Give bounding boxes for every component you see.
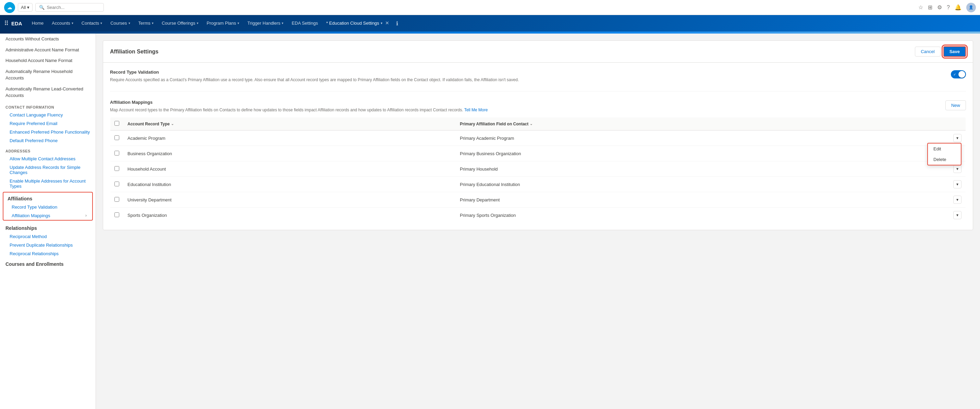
nav-item-course-offerings[interactable]: Course Offerings ▾ <box>158 15 202 32</box>
nav-item-program-plans[interactable]: Program Plans ▾ <box>202 15 243 32</box>
setup-icon[interactable]: ⚙ <box>937 4 942 11</box>
app-nav: ⠿ EDA Home Accounts ▾ Contacts ▾ Courses… <box>0 15 980 32</box>
primary-field-cell: Primary Household <box>456 161 949 177</box>
actions-dropdown-menu: Edit Delete <box>927 143 961 166</box>
rtv-label: Record Type Validation <box>110 70 752 75</box>
table-row: Household Account Primary Household ▾ <box>110 161 966 177</box>
sort-icon-2[interactable]: ⌄ <box>530 122 533 126</box>
chevron-down-icon: ▾ <box>129 21 130 25</box>
nav-item-education-cloud-settings[interactable]: * Education Cloud Settings ▾ ✕ <box>322 15 393 32</box>
settings-header: Affiliation Settings Cancel Save <box>103 41 973 63</box>
info-icon[interactable]: ℹ <box>396 20 398 27</box>
row-checkbox-cell <box>110 146 124 161</box>
row-actions-button[interactable]: ▾ <box>953 211 961 219</box>
row-checkbox-cell <box>110 130 124 146</box>
table-row: University Department Primary Department… <box>110 192 966 208</box>
account-type-cell: Sports Organization <box>123 208 456 223</box>
sidebar-item-admin-name-format[interactable]: Administrative Account Name Format <box>0 45 95 56</box>
select-all-checkbox[interactable] <box>115 121 119 126</box>
sidebar-item-default-phone[interactable]: Default Preferred Phone <box>0 136 95 145</box>
row-checkbox[interactable] <box>115 181 119 186</box>
row-actions-button[interactable]: ▾ <box>953 180 961 188</box>
row-actions-button[interactable]: ▾ <box>953 196 961 204</box>
toggle-check-icon: ✓ <box>953 73 956 76</box>
help-icon[interactable]: ? <box>947 5 950 11</box>
nav-item-contacts[interactable]: Contacts ▾ <box>78 15 106 32</box>
search-icon: 🔍 <box>39 5 45 10</box>
sidebar-item-household-name-format[interactable]: Household Account Name Format <box>0 55 95 66</box>
sidebar-group-header-courses: Courses and Enrollments <box>0 258 95 268</box>
sidebar-item-contact-language[interactable]: Contact Language Fluency <box>0 111 95 119</box>
nav-label-education-cloud-settings: * Education Cloud Settings <box>326 21 379 26</box>
sidebar-item-reciprocal-relationships[interactable]: Reciprocal Relationships <box>0 249 95 258</box>
grid-icon[interactable]: ⠿ <box>4 19 9 27</box>
sidebar-item-reciprocal-method[interactable]: Reciprocal Method <box>0 232 95 241</box>
row-checkbox-cell <box>110 177 124 192</box>
row-checkbox[interactable] <box>115 151 119 156</box>
sidebar-item-affiliation-mappings[interactable]: Affiliation Mappings › <box>3 212 92 220</box>
row-checkbox[interactable] <box>115 212 119 217</box>
sort-icon[interactable]: ⌄ <box>171 122 174 126</box>
nav-item-home[interactable]: Home <box>28 15 48 32</box>
search-scope-select[interactable]: All ▾ <box>18 3 33 12</box>
th-actions <box>949 118 966 130</box>
sidebar-item-accounts-without-contacts[interactable]: Accounts Without Contacts <box>0 33 95 45</box>
row-checkbox[interactable] <box>115 197 119 202</box>
chevron-down-icon: ▾ <box>152 21 154 25</box>
sidebar-item-auto-rename-lead[interactable]: Automatically Rename Lead-Converted Acco… <box>0 84 95 101</box>
table-row: Sports Organization Primary Sports Organ… <box>110 208 966 223</box>
nav-label-contacts: Contacts <box>81 21 99 26</box>
affiliation-mappings-label: Affiliation Mappings <box>12 213 50 218</box>
row-actions-button[interactable]: ▾ <box>953 165 961 173</box>
primary-field-cell: Primary Academic Program <box>456 130 949 146</box>
sidebar-item-prevent-duplicate[interactable]: Prevent Duplicate Relationships <box>0 241 95 249</box>
settings-title: Affiliation Settings <box>110 49 158 55</box>
actions-cell: ▾ <box>949 192 966 208</box>
sidebar-item-update-address[interactable]: Update Address Records for Simple Change… <box>0 163 95 177</box>
salesforce-logo: ☁ <box>4 2 15 13</box>
close-tab-icon[interactable]: ✕ <box>385 20 389 26</box>
row-checkbox[interactable] <box>115 135 119 140</box>
new-button[interactable]: New <box>945 100 966 110</box>
nav-item-courses[interactable]: Courses ▾ <box>106 15 134 32</box>
edit-menu-item[interactable]: Edit <box>928 143 961 154</box>
nav-label-courses: Courses <box>110 21 127 26</box>
primary-field-cell: Primary Department <box>456 192 949 208</box>
nav-item-trigger-handlers[interactable]: Trigger Handlers ▾ <box>243 15 288 32</box>
account-type-cell: University Department <box>123 192 456 208</box>
delete-menu-item[interactable]: Delete <box>928 154 961 165</box>
sidebar-item-enhanced-phone[interactable]: Enhanced Preferred Phone Functionality <box>0 128 95 136</box>
row-checkbox[interactable] <box>115 166 119 171</box>
cancel-button[interactable]: Cancel <box>915 46 940 57</box>
waffle-icon[interactable]: ⊞ <box>928 4 932 11</box>
save-button[interactable]: Save <box>943 46 966 57</box>
sidebar-item-record-type-validation[interactable]: Record Type Validation <box>3 203 92 212</box>
search-input[interactable] <box>46 5 95 10</box>
chevron-down-icon: ▾ <box>237 21 239 25</box>
primary-field-cell: Primary Business Organization <box>456 146 949 161</box>
nav-label-home: Home <box>32 21 44 26</box>
notifications-icon[interactable]: 🔔 <box>955 4 961 11</box>
sidebar-item-multiple-addresses[interactable]: Allow Multiple Contact Addresses <box>0 154 95 163</box>
sidebar-item-auto-rename-household[interactable]: Automatically Rename Household Accounts <box>0 66 95 84</box>
nav-item-terms[interactable]: Terms ▾ <box>134 15 158 32</box>
favorites-icon[interactable]: ☆ <box>918 4 923 11</box>
table-row: Academic Program Primary Academic Progra… <box>110 130 966 146</box>
avatar[interactable]: 👤 <box>966 3 976 12</box>
nav-label-trigger-handlers: Trigger Handlers <box>247 21 280 26</box>
sidebar-item-require-preferred-email[interactable]: Require Preferred Email <box>0 119 95 128</box>
actions-cell: ▾ <box>949 177 966 192</box>
sidebar-group-header-affiliations[interactable]: Affiliations <box>3 193 92 203</box>
primary-field-cell: Primary Educational Institution <box>456 177 949 192</box>
row-checkbox-cell <box>110 192 124 208</box>
chevron-down-icon: ▾ <box>282 21 283 25</box>
record-type-validation-toggle[interactable]: ✓ <box>951 70 966 78</box>
nav-item-eda-settings[interactable]: EDA Settings <box>288 15 322 32</box>
sidebar-item-enable-multiple-address[interactable]: Enable Multiple Addresses for Account Ty… <box>0 177 95 191</box>
nav-item-accounts[interactable]: Accounts ▾ <box>48 15 77 32</box>
tell-me-more-link[interactable]: Tell Me More <box>464 108 488 112</box>
row-actions-button[interactable]: ▾ <box>953 134 961 142</box>
chevron-right-icon: › <box>85 213 87 218</box>
row-checkbox-cell <box>110 161 124 177</box>
th-checkbox <box>110 118 124 130</box>
